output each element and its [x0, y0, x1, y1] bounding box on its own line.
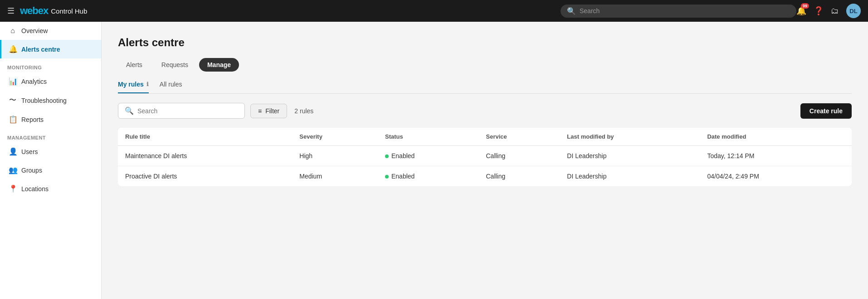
rules-search-box[interactable]: 🔍 — [118, 103, 245, 119]
main-tabs: Alerts Requests Manage — [118, 58, 852, 72]
user-icon: 👤 — [9, 147, 17, 156]
status-dot — [385, 175, 389, 178]
cell-status: Enabled — [378, 166, 479, 187]
table-row[interactable]: Proactive DI alerts Medium Enabled Calli… — [118, 166, 852, 187]
col-status: Status — [378, 128, 479, 146]
sidebar-item-label: Locations — [21, 185, 49, 193]
sub-tab-all-rules[interactable]: All rules — [160, 81, 182, 93]
col-service: Service — [478, 128, 560, 146]
sidebar-item-reports[interactable]: 📋 Reports — [0, 110, 101, 129]
brand-logo: webex Control Hub — [20, 5, 87, 17]
tab-requests[interactable]: Requests — [153, 58, 196, 72]
cell-service: Calling — [478, 166, 560, 187]
sidebar-item-label: Analytics — [21, 78, 47, 85]
cell-last-modified-by: DI Leadership — [560, 166, 700, 187]
analytics-icon: 📊 — [9, 77, 17, 86]
location-icon: 📍 — [9, 184, 17, 193]
help-icon[interactable]: ❓ — [814, 6, 824, 16]
info-icon: ℹ — [146, 81, 149, 87]
search-icon: 🔍 — [567, 7, 576, 15]
sidebar-item-overview[interactable]: ⌂ Overview — [0, 22, 101, 40]
cell-rule-title: Proactive DI alerts — [118, 166, 292, 187]
global-search-input[interactable] — [580, 7, 790, 14]
rules-search-input[interactable] — [137, 107, 238, 115]
cell-service: Calling — [478, 146, 560, 166]
cell-status: Enabled — [378, 146, 479, 166]
filter-label: Filter — [265, 107, 279, 115]
webex-logo: webex — [20, 5, 48, 17]
sub-tab-label: All rules — [160, 81, 182, 88]
col-date-modified: Date modified — [700, 128, 852, 146]
brand-product-name: Control Hub — [51, 7, 87, 15]
sidebar-item-label: Troubleshooting — [21, 97, 67, 104]
sidebar-item-label: Reports — [21, 116, 44, 123]
col-severity: Severity — [292, 128, 378, 146]
avatar[interactable]: DL — [846, 4, 861, 18]
toolbar: 🔍 ≡ Filter 2 rules Create rule — [118, 103, 852, 119]
status-dot — [385, 154, 389, 158]
groups-icon: 👥 — [9, 166, 17, 174]
create-rule-button[interactable]: Create rule — [800, 103, 852, 119]
management-section-label: MANAGEMENT — [0, 129, 101, 142]
col-last-modified-by: Last modified by — [560, 128, 700, 146]
sidebar: ⌂ Overview 🔔 Alerts centre MONITORING 📊 … — [0, 22, 102, 299]
cell-date-modified: Today, 12:14 PM — [700, 146, 852, 166]
tab-alerts[interactable]: Alerts — [118, 58, 151, 72]
troubleshooting-icon: 〜 — [9, 96, 17, 105]
cell-severity: Medium — [292, 166, 378, 187]
col-rule-title: Rule title — [118, 128, 292, 146]
notifications-icon[interactable]: 🔔 99 — [796, 6, 806, 16]
cell-date-modified: 04/04/24, 2:49 PM — [700, 166, 852, 187]
bell-icon: 🔔 — [9, 45, 17, 53]
page-title: Alerts centre — [118, 36, 852, 49]
search-icon: 🔍 — [125, 106, 134, 115]
sidebar-item-users[interactable]: 👤 Users — [0, 142, 101, 161]
home-icon: ⌂ — [9, 27, 17, 35]
sidebar-item-label: Groups — [21, 167, 42, 174]
hamburger-menu-icon[interactable]: ☰ — [7, 6, 15, 16]
sidebar-item-locations[interactable]: 📍 Locations — [0, 179, 101, 198]
main-content: Alerts centre Alerts Requests Manage My … — [102, 22, 868, 299]
table-row[interactable]: Maintenance DI alerts High Enabled Calli… — [118, 146, 852, 166]
notification-badge: 99 — [801, 3, 809, 9]
cell-rule-title: Maintenance DI alerts — [118, 146, 292, 166]
sidebar-item-label: Users — [21, 148, 38, 155]
tab-manage[interactable]: Manage — [199, 58, 239, 72]
sidebar-item-troubleshooting[interactable]: 〜 Troubleshooting — [0, 91, 101, 110]
reports-icon: 📋 — [9, 115, 17, 124]
apps-icon[interactable]: 🗂 — [831, 6, 839, 16]
rules-table: Rule title Severity Status Service Last … — [118, 128, 852, 186]
sub-tabs: My rules ℹ All rules — [118, 81, 852, 94]
cell-last-modified-by: DI Leadership — [560, 146, 700, 166]
sidebar-item-alerts-centre[interactable]: 🔔 Alerts centre — [0, 40, 101, 58]
sidebar-item-label: Overview — [21, 27, 48, 34]
global-search-box[interactable]: 🔍 — [561, 5, 796, 18]
cell-severity: High — [292, 146, 378, 166]
filter-button[interactable]: ≡ Filter — [250, 104, 287, 118]
top-navigation: ☰ webex Control Hub 🔍 🔔 99 ❓ 🗂 DL — [0, 0, 868, 22]
monitoring-section-label: MONITORING — [0, 58, 101, 72]
sidebar-item-groups[interactable]: 👥 Groups — [0, 161, 101, 179]
filter-icon: ≡ — [258, 107, 262, 115]
sub-tab-my-rules[interactable]: My rules ℹ — [118, 81, 149, 93]
sidebar-item-analytics[interactable]: 📊 Analytics — [0, 72, 101, 91]
sub-tab-label: My rules — [118, 81, 144, 88]
rules-count: 2 rules — [294, 107, 313, 115]
sidebar-item-label: Alerts centre — [21, 46, 60, 53]
